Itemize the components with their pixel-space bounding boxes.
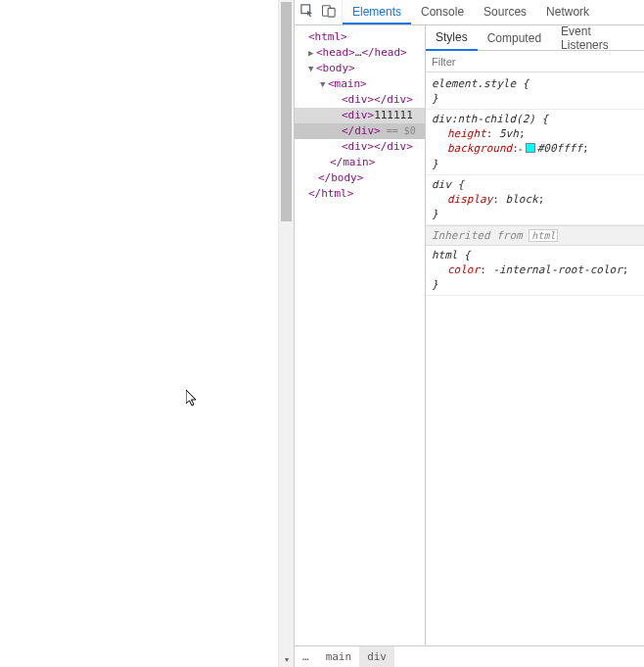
subtab-computed[interactable]: Computed bbox=[478, 25, 551, 50]
rule-nth-child[interactable]: div:nth-child(2) { height: 5vh; backgrou… bbox=[426, 110, 644, 175]
expand-arrow-icon[interactable]: ▶ bbox=[308, 45, 316, 61]
page-scrollbar[interactable]: ▾ bbox=[278, 0, 294, 667]
collapse-arrow-icon[interactable]: ▼ bbox=[308, 61, 316, 76]
dom-node-main[interactable]: ▼<main> bbox=[295, 76, 425, 92]
dom-pane: <html> ▶<head>…</head> ▼<body> ▼<main> <… bbox=[295, 25, 426, 645]
dom-node-html-close[interactable]: </html> bbox=[295, 186, 425, 202]
inherited-from-link[interactable]: html bbox=[529, 229, 558, 242]
scrollbar-down-arrow[interactable]: ▾ bbox=[279, 651, 294, 667]
rule-element-style[interactable]: element.style { } bbox=[426, 74, 644, 110]
color-swatch-icon[interactable] bbox=[526, 143, 535, 153]
rule-html[interactable]: html { color: -internal-root-color; } bbox=[426, 246, 644, 296]
styles-filter-bar bbox=[426, 51, 644, 72]
dom-node-main-close[interactable]: </main> bbox=[295, 155, 425, 170]
breadcrumb-overflow[interactable]: … bbox=[295, 650, 318, 663]
dom-node-head[interactable]: ▶<head>…</head> bbox=[295, 45, 425, 61]
page-scrollbar-thumb[interactable] bbox=[281, 2, 292, 221]
mouse-cursor-icon bbox=[186, 390, 200, 409]
tab-sources[interactable]: Sources bbox=[474, 0, 536, 24]
device-toggle-icon[interactable] bbox=[322, 4, 336, 21]
dom-node-body-close[interactable]: </body> bbox=[295, 170, 425, 186]
styles-filter-input[interactable] bbox=[432, 56, 638, 68]
subtab-event-listeners[interactable]: Event Listeners bbox=[551, 25, 644, 50]
styles-subtabs: Styles Computed Event Listeners bbox=[426, 25, 644, 51]
inspect-element-icon[interactable] bbox=[300, 4, 314, 21]
dom-node-div-1[interactable]: <div></div> bbox=[295, 92, 425, 108]
dom-tree[interactable]: <html> ▶<head>…</head> ▼<body> ▼<main> <… bbox=[295, 25, 425, 645]
collapse-arrow-icon[interactable]: ▼ bbox=[320, 76, 328, 92]
styles-rules: element.style { } div:nth-child(2) { hei… bbox=[426, 72, 644, 645]
dom-node-div-3[interactable]: <div></div> bbox=[295, 139, 425, 155]
devtools-panel: Elements Console Sources Network <html> … bbox=[294, 0, 644, 667]
inherited-label: Inherited from bbox=[432, 229, 523, 242]
dom-node-html[interactable]: <html> bbox=[295, 29, 425, 45]
dom-node-selected-open[interactable]: ••• <div>111111 bbox=[295, 108, 425, 123]
tab-elements[interactable]: Elements bbox=[343, 0, 411, 24]
devtools-toolbar: Elements Console Sources Network bbox=[295, 0, 644, 25]
dom-node-selected-close[interactable]: </div> == $0 bbox=[295, 123, 425, 139]
tab-console[interactable]: Console bbox=[411, 0, 474, 24]
dom-breadcrumb: … main div bbox=[295, 645, 644, 667]
tab-network[interactable]: Network bbox=[536, 0, 599, 24]
svg-rect-2 bbox=[328, 8, 335, 17]
breadcrumb-div[interactable]: div bbox=[359, 646, 394, 667]
breadcrumb-main[interactable]: main bbox=[318, 646, 360, 667]
rule-div[interactable]: div { display: block; } bbox=[426, 175, 644, 225]
styles-pane: Styles Computed Event Listeners element.… bbox=[426, 25, 644, 645]
dom-node-body[interactable]: ▼<body> bbox=[295, 61, 425, 76]
rendered-page: ▾ bbox=[0, 0, 294, 667]
expand-triangle-icon[interactable]: ▸ bbox=[519, 142, 524, 157]
inherited-from-section: Inherited from html bbox=[426, 225, 644, 246]
subtab-styles[interactable]: Styles bbox=[426, 25, 478, 51]
